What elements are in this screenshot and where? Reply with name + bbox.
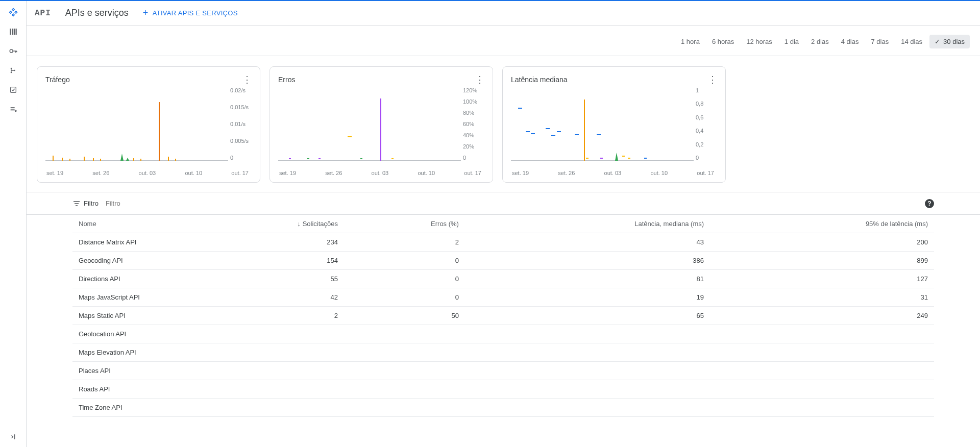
traffic-card: Tráfego ⋮ xyxy=(37,66,260,183)
time-range-7-dias[interactable]: 7 dias xyxy=(866,35,894,48)
svg-point-9 xyxy=(15,110,16,112)
time-range-1-dia[interactable]: 1 dia xyxy=(779,35,804,48)
cell-requests: 2 xyxy=(185,307,344,325)
filter-bar: Filtro ? xyxy=(27,192,980,215)
side-navigation xyxy=(0,1,27,447)
latency-chart[interactable] xyxy=(511,86,694,168)
cell-latency-95: 31 xyxy=(710,288,934,307)
col-requests[interactable]: ↓Solicitações xyxy=(185,215,344,233)
cell-latency-95 xyxy=(710,343,934,362)
apis-table: Nome ↓Solicitações Erros (%) Latência, m… xyxy=(72,215,934,417)
traffic-chart[interactable] xyxy=(45,86,228,168)
cell-requests xyxy=(185,362,344,380)
credentials-icon[interactable] xyxy=(8,65,18,76)
table-row[interactable]: Places API xyxy=(72,362,934,380)
more-icon[interactable]: ⋮ xyxy=(242,75,252,84)
cell-name: Maps Static API xyxy=(72,307,185,325)
cell-requests xyxy=(185,380,344,399)
library-icon[interactable] xyxy=(8,27,18,37)
svg-point-5 xyxy=(10,68,12,69)
plus-icon: + xyxy=(143,8,149,18)
traffic-card-title: Tráfego xyxy=(45,76,70,84)
cell-latency-median: 43 xyxy=(465,233,710,252)
cell-requests xyxy=(185,399,344,417)
cell-errors xyxy=(344,380,465,399)
table-row[interactable]: Roads API xyxy=(72,380,934,399)
cell-latency-median: 81 xyxy=(465,270,710,288)
cell-latency-median xyxy=(465,380,710,399)
cell-latency-median xyxy=(465,362,710,380)
time-range-2-dias[interactable]: 2 dias xyxy=(806,35,834,48)
cell-name: Maps Elevation API xyxy=(72,343,185,362)
cell-name: Time Zone API xyxy=(72,399,185,417)
dashboard-icon[interactable] xyxy=(8,7,18,17)
table-row[interactable]: Maps Elevation API xyxy=(72,343,934,362)
cell-latency-95: 127 xyxy=(710,270,934,288)
time-range-14-dias[interactable]: 14 dias xyxy=(896,35,927,48)
cell-name: Maps JavaScript API xyxy=(72,288,185,307)
cell-latency-95 xyxy=(710,362,934,380)
table-row[interactable]: Maps JavaScript API4201931 xyxy=(72,288,934,307)
errors-card: Erros ⋮ xyxy=(270,66,493,183)
more-icon[interactable]: ⋮ xyxy=(475,75,484,84)
filter-label: Filtro xyxy=(84,200,99,207)
cell-latency-median xyxy=(465,325,710,343)
cell-errors xyxy=(344,325,465,343)
svg-rect-11 xyxy=(75,203,79,204)
time-range-12-horas[interactable]: 12 horas xyxy=(741,35,777,48)
time-range-selector: 1 hora6 horas12 horas1 dia2 dias4 dias7 … xyxy=(27,26,980,56)
svg-point-6 xyxy=(10,72,12,73)
cell-errors xyxy=(344,343,465,362)
cell-latency-median: 386 xyxy=(465,252,710,270)
time-range-4-dias[interactable]: 4 dias xyxy=(836,35,864,48)
svg-point-7 xyxy=(14,70,15,71)
page-header: API APIs e serviços + ATIVAR APIS E SERV… xyxy=(27,1,980,26)
consent-screen-icon[interactable] xyxy=(8,85,18,95)
svg-point-4 xyxy=(10,49,13,53)
settings-icon[interactable] xyxy=(8,104,18,114)
cell-name: Places API xyxy=(72,362,185,380)
cell-name: Geolocation API xyxy=(72,325,185,343)
cell-latency-median xyxy=(465,399,710,417)
cell-latency-95 xyxy=(710,399,934,417)
cell-name: Roads API xyxy=(72,380,185,399)
table-row[interactable]: Time Zone API xyxy=(72,399,934,417)
table-row[interactable]: Distance Matrix API234243200 xyxy=(72,233,934,252)
check-icon: ✓ xyxy=(935,38,940,45)
cell-errors: 2 xyxy=(344,233,465,252)
col-latency-median[interactable]: Latência, mediana (ms) xyxy=(465,215,710,233)
cell-name: Geocoding API xyxy=(72,252,185,270)
more-icon[interactable]: ⋮ xyxy=(708,75,717,84)
filter-input[interactable] xyxy=(104,197,920,209)
table-row[interactable]: Geolocation API xyxy=(72,325,934,343)
cell-latency-median xyxy=(465,343,710,362)
svg-rect-8 xyxy=(10,87,16,93)
filter-icon xyxy=(72,200,81,208)
col-errors[interactable]: Erros (%) xyxy=(344,215,465,233)
expand-sidebar-button[interactable] xyxy=(0,433,26,443)
enable-apis-button[interactable]: + ATIVAR APIS E SERVIÇOS xyxy=(143,8,238,18)
cell-errors: 0 xyxy=(344,288,465,307)
cell-requests: 154 xyxy=(185,252,344,270)
table-row[interactable]: Directions API55081127 xyxy=(72,270,934,288)
help-icon[interactable]: ? xyxy=(925,199,934,208)
svg-rect-12 xyxy=(76,205,78,206)
time-range-1-hora[interactable]: 1 hora xyxy=(676,35,705,48)
cell-latency-95 xyxy=(710,325,934,343)
enable-apis-label: ATIVAR APIS E SERVIÇOS xyxy=(153,9,238,17)
col-latency-95[interactable]: 95% de latência (ms) xyxy=(710,215,934,233)
key-icon[interactable] xyxy=(8,46,18,56)
time-range-6-horas[interactable]: 6 horas xyxy=(707,35,739,48)
cell-requests: 42 xyxy=(185,288,344,307)
table-row[interactable]: Maps Static API25065249 xyxy=(72,307,934,325)
table-row[interactable]: Geocoding API1540386899 xyxy=(72,252,934,270)
svg-rect-2 xyxy=(13,29,14,35)
svg-rect-3 xyxy=(15,29,16,35)
cell-latency-median: 65 xyxy=(465,307,710,325)
product-logo: API xyxy=(35,9,51,18)
cell-latency-95: 249 xyxy=(710,307,934,325)
cell-latency-95 xyxy=(710,380,934,399)
errors-chart[interactable] xyxy=(278,86,461,168)
time-range-30-dias[interactable]: ✓30 dias xyxy=(929,35,970,48)
col-name[interactable]: Nome xyxy=(72,215,185,233)
